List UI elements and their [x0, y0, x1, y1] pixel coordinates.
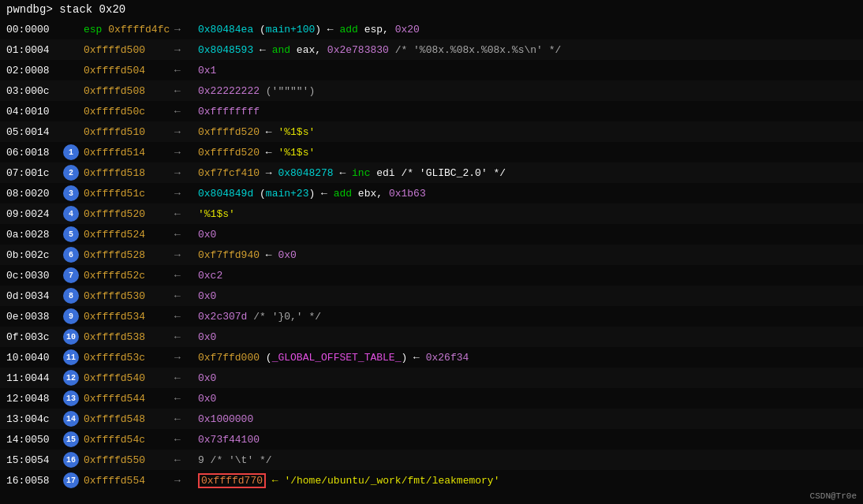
- row-badge: 16: [63, 452, 84, 468]
- row-arrow: →: [174, 352, 198, 364]
- row-stack-addr: 0xffffd540: [84, 372, 174, 384]
- highlighted-addr: 0xffffd770: [198, 473, 266, 488]
- stack-row: 08:002030xffffd51c → 0x804849d (main+23)…: [0, 183, 863, 203]
- row-arrow: ←: [174, 311, 198, 323]
- row-badge: 2: [63, 165, 84, 181]
- row-offset: 01:0004: [0, 44, 63, 56]
- row-arrow: ←: [174, 65, 198, 77]
- row-offset: 14:0050: [0, 434, 63, 446]
- row-offset: 0d:0034: [0, 290, 63, 302]
- row-arrow: ←: [174, 372, 198, 384]
- row-arrow: ←: [174, 270, 198, 282]
- stack-row: 0c:003070xffffd52c ← 0xc2: [0, 265, 863, 286]
- row-arrow: →: [174, 188, 198, 200]
- row-offset: 12:0048: [0, 393, 63, 405]
- row-content: 0x0: [198, 372, 863, 384]
- row-offset: 03:000c: [0, 85, 63, 97]
- row-stack-addr: 0xffffd51c: [84, 188, 174, 200]
- row-arrow: →: [174, 147, 198, 159]
- row-content: 0x80484ea (main+100) ← add esp, 0x20: [198, 24, 863, 35]
- row-arrow: →: [174, 167, 198, 179]
- row-content: 0xf7ffd940 ← 0x0: [198, 249, 863, 261]
- row-content: 0x0: [198, 290, 863, 302]
- row-stack-addr: 0xffffd524: [84, 229, 174, 241]
- stack-row: 10:0040110xffffd53c → 0xf7ffd000 (_GLOBA…: [0, 347, 863, 368]
- row-content: 0x73f44100: [198, 434, 863, 446]
- row-badge: 1: [63, 144, 84, 160]
- row-arrow: ←: [174, 434, 198, 446]
- row-content: 0x804849d (main+23) ← add ebx, 0x1b63: [198, 188, 863, 200]
- watermark: CSDN@Tr0e: [810, 491, 857, 501]
- row-arrow: ←: [174, 454, 198, 466]
- row-offset: 09:0024: [0, 208, 63, 220]
- stack-row: 05:00140xffffd510 → 0xffffd520 ← '%1$s': [0, 121, 863, 142]
- stack-row: 09:002440xffffd520 ← '%1$s': [0, 203, 863, 224]
- row-arrow: ←: [174, 331, 198, 343]
- stack-row: 00:0000esp 0xffffd4fc → 0x80484ea (main+…: [0, 19, 863, 39]
- row-content: 0x22222222 ('""""'): [198, 85, 863, 97]
- row-stack-addr: 0xffffd50c: [84, 106, 174, 118]
- stack-row: 0b:002c60xffffd528 → 0xf7ffd940 ← 0x0: [0, 245, 863, 265]
- row-content: 0x0: [198, 229, 863, 241]
- stack-row: 0d:003480xffffd530 ← 0x0: [0, 286, 863, 306]
- row-stack-addr: 0xffffd544: [84, 393, 174, 405]
- row-content: 0xf7fcf410 → 0x8048278 ← inc edi /* 'GLI…: [198, 167, 863, 179]
- row-content: 0xf7ffd000 (_GLOBAL_OFFSET_TABLE_) ← 0x2…: [198, 352, 863, 364]
- row-arrow: →: [174, 475, 198, 487]
- row-content: 0x2c307d /* '}0,' */: [198, 311, 863, 323]
- row-arrow: ←: [174, 208, 198, 220]
- stack-row: 02:00080xffffd504 ← 0x1: [0, 60, 863, 80]
- row-stack-addr: 0xffffd550: [84, 454, 174, 466]
- row-stack-addr: 0xffffd538: [84, 331, 174, 343]
- row-offset: 0b:002c: [0, 249, 63, 261]
- stack-row: 0f:003c100xffffd538 ← 0x0: [0, 327, 863, 347]
- row-content: 0x0: [198, 331, 863, 343]
- prompt: pwndbg>: [6, 3, 53, 16]
- row-arrow: →: [174, 249, 198, 261]
- row-content: 0xffffffff: [198, 106, 863, 118]
- stack-row: 06:001810xffffd514 → 0xffffd520 ← '%1$s': [0, 142, 863, 162]
- row-arrow: ←: [174, 413, 198, 425]
- row-stack-addr: 0xffffd504: [84, 65, 174, 77]
- row-offset: 0e:0038: [0, 311, 63, 323]
- row-offset: 15:0054: [0, 454, 63, 466]
- row-offset: 00:0000: [0, 24, 63, 35]
- stack-row: 03:000c0xffffd508 ← 0x22222222 ('""""'): [0, 80, 863, 101]
- row-arrow: →: [174, 126, 198, 138]
- row-content: 0x0: [198, 393, 863, 405]
- row-content: 0x1: [198, 65, 863, 77]
- stack-row: 11:0044120xffffd540 ← 0x0: [0, 368, 863, 388]
- stack-row: 14:0050150xffffd54c ← 0x73f44100: [0, 429, 863, 450]
- row-badge: 6: [63, 247, 84, 263]
- row-offset: 07:001c: [0, 167, 63, 179]
- row-content: 9 /* '\t' */: [198, 454, 863, 466]
- row-offset: 11:0044: [0, 372, 63, 384]
- row-badge: 9: [63, 308, 84, 324]
- row-offset: 0c:0030: [0, 270, 63, 282]
- row-offset: 0a:0028: [0, 229, 63, 241]
- row-content: 0xffffd520 ← '%1$s': [198, 147, 863, 159]
- row-badge: 12: [63, 370, 84, 386]
- row-stack-addr: 0xffffd514: [84, 147, 174, 159]
- stack-row: 13:004c140xffffd548 ← 0x1000000: [0, 409, 863, 429]
- row-content: 0x8048593 ← and eax, 0x2e783830 /* '%08x…: [198, 44, 863, 56]
- row-offset: 0f:003c: [0, 331, 63, 343]
- row-badge: 10: [63, 329, 84, 345]
- row-stack-addr: esp 0xffffd4fc: [84, 24, 174, 35]
- row-stack-addr: 0xffffd528: [84, 249, 174, 261]
- row-offset: 06:0018: [0, 147, 63, 159]
- row-stack-addr: 0xffffd53c: [84, 352, 174, 364]
- terminal-window: pwndbg> stack 0x20 00:0000esp 0xffffd4fc…: [0, 0, 863, 504]
- row-content: 0xc2: [198, 270, 863, 282]
- row-content: 0xffffd770 ← '/home/ubuntu/_work/fmt/lea…: [198, 473, 863, 488]
- row-arrow: →: [174, 24, 198, 35]
- row-badge: 17: [63, 472, 84, 488]
- row-offset: 05:0014: [0, 126, 63, 138]
- row-offset: 16:0058: [0, 475, 63, 487]
- stack-row: 12:0048130xffffd544 ← 0x0: [0, 388, 863, 409]
- row-badge: 7: [63, 267, 84, 283]
- row-content: 0xffffd520 ← '%1$s': [198, 126, 863, 138]
- row-stack-addr: 0xffffd500: [84, 44, 174, 56]
- stack-row: 0a:002850xffffd524 ← 0x0: [0, 224, 863, 245]
- stack-row: 0e:003890xffffd534 ← 0x2c307d /* '}0,' *…: [0, 306, 863, 327]
